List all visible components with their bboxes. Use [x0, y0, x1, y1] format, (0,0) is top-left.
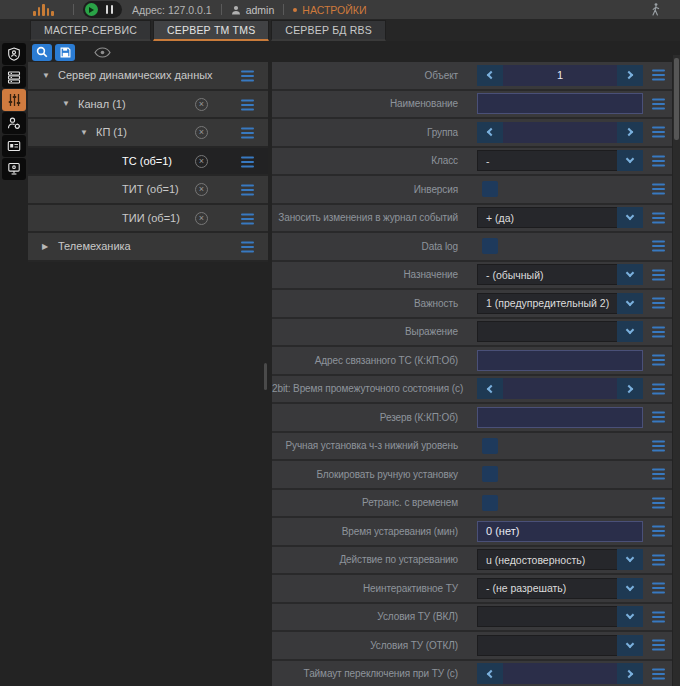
dropdown-open-button[interactable] — [617, 150, 643, 171]
remove-button[interactable]: × — [195, 183, 208, 196]
stepper-value[interactable] — [503, 378, 617, 399]
tree-item[interactable]: ▼Канал (1)× — [28, 91, 268, 120]
dropdown-open-button[interactable] — [617, 207, 643, 228]
walking-person-icon[interactable] — [650, 3, 661, 18]
stepper-increment-button[interactable] — [617, 378, 643, 399]
sidebar-item-2[interactable] — [2, 66, 26, 88]
dropdown[interactable] — [477, 321, 643, 342]
stepper-decrement-button[interactable] — [477, 65, 503, 86]
dropdown[interactable]: - (обычный) — [477, 264, 643, 285]
visibility-toggle-button[interactable] — [94, 47, 111, 58]
row-menu-button[interactable] — [652, 554, 665, 566]
stepper-value[interactable] — [503, 122, 617, 143]
dropdown-open-button[interactable] — [617, 635, 643, 656]
row-menu-button[interactable] — [652, 212, 665, 224]
remove-button[interactable]: × — [195, 126, 208, 139]
play-button[interactable] — [85, 3, 98, 16]
row-menu-button[interactable] — [652, 411, 665, 423]
text-input[interactable] — [477, 93, 643, 114]
checkbox[interactable] — [482, 181, 498, 197]
sidebar-item-6[interactable] — [2, 158, 26, 180]
text-input[interactable] — [477, 407, 643, 428]
tree-item[interactable]: ▼КП (1)× — [28, 119, 268, 148]
dropdown-open-button[interactable] — [617, 293, 643, 314]
tab-1[interactable]: МАСТЕР-СЕРВИС — [30, 20, 151, 41]
row-menu-button[interactable] — [241, 241, 254, 253]
row-menu-button[interactable] — [241, 156, 254, 168]
stepper-value[interactable] — [503, 663, 617, 684]
collapse-icon[interactable]: ▼ — [42, 71, 54, 80]
collapse-icon[interactable]: ▼ — [80, 128, 92, 137]
dropdown[interactable] — [477, 606, 643, 627]
row-menu-button[interactable] — [652, 69, 665, 81]
dropdown-open-button[interactable] — [617, 578, 643, 599]
row-menu-button[interactable] — [241, 184, 254, 196]
sidebar-item-1[interactable] — [2, 43, 26, 65]
tree-scrollbar-thumb[interactable] — [264, 363, 267, 390]
form-scrollbar-track[interactable] — [673, 55, 680, 686]
tree-item[interactable]: ▼Сервер динамических данных — [28, 62, 268, 91]
row-menu-button[interactable] — [652, 668, 665, 680]
settings-link[interactable]: НАСТРОЙКИ — [293, 4, 366, 16]
dropdown[interactable] — [477, 635, 643, 656]
form-scrollbar-thumb[interactable] — [674, 58, 679, 140]
checkbox[interactable] — [482, 495, 498, 511]
remove-button[interactable]: × — [195, 155, 208, 168]
pause-button[interactable] — [106, 5, 114, 14]
collapse-icon[interactable]: ▼ — [62, 99, 74, 108]
tree-item[interactable]: ТС (об=1)× — [28, 148, 268, 177]
checkbox[interactable] — [482, 238, 498, 254]
search-button[interactable] — [32, 44, 52, 61]
text-input[interactable] — [477, 350, 643, 371]
dropdown[interactable]: + (да) — [477, 207, 643, 228]
row-menu-button[interactable] — [652, 126, 665, 138]
stepper-decrement-button[interactable] — [477, 378, 503, 399]
stepper-increment-button[interactable] — [617, 663, 643, 684]
row-menu-button[interactable] — [652, 98, 665, 110]
row-menu-button[interactable] — [652, 639, 665, 651]
row-menu-button[interactable] — [652, 440, 665, 452]
stepper-decrement-button[interactable] — [477, 663, 503, 684]
expand-icon[interactable]: ▶ — [42, 242, 54, 251]
tab-3[interactable]: СЕРВЕР БД RBS — [271, 20, 386, 41]
stepper-value[interactable]: 1 — [503, 65, 617, 86]
dropdown-open-button[interactable] — [617, 549, 643, 570]
dropdown-open-button[interactable] — [617, 321, 643, 342]
dropdown-open-button[interactable] — [617, 264, 643, 285]
tree-item[interactable]: ТИИ (об=1)× — [28, 205, 268, 234]
stepper-increment-button[interactable] — [617, 65, 643, 86]
tree-item[interactable]: ▶Телемеханика — [28, 233, 268, 262]
row-menu-button[interactable] — [652, 155, 665, 167]
row-menu-button[interactable] — [241, 70, 254, 82]
remove-button[interactable]: × — [195, 212, 208, 225]
tab-2[interactable]: СЕРВЕР ТМ TMS — [153, 20, 269, 41]
sidebar-item-3[interactable] — [2, 89, 26, 111]
row-menu-button[interactable] — [241, 127, 254, 139]
save-button[interactable] — [55, 44, 75, 61]
row-menu-button[interactable] — [652, 383, 665, 395]
row-menu-button[interactable] — [652, 240, 665, 252]
row-menu-button[interactable] — [652, 582, 665, 594]
sidebar-item-4[interactable] — [2, 112, 26, 134]
dropdown[interactable]: - — [477, 150, 643, 171]
checkbox[interactable] — [482, 466, 498, 482]
row-menu-button[interactable] — [652, 183, 665, 195]
row-menu-button[interactable] — [241, 213, 254, 225]
row-menu-button[interactable] — [652, 525, 665, 537]
row-menu-button[interactable] — [652, 297, 665, 309]
dropdown[interactable]: u (недостоверность) — [477, 549, 643, 570]
dropdown[interactable]: - (не разрешать) — [477, 578, 643, 599]
row-menu-button[interactable] — [652, 326, 665, 338]
row-menu-button[interactable] — [652, 354, 665, 366]
tree-item[interactable]: ТИТ (об=1)× — [28, 176, 268, 205]
sidebar-item-5[interactable] — [2, 135, 26, 157]
text-input[interactable]: 0 (нет) — [477, 521, 643, 542]
row-menu-button[interactable] — [652, 468, 665, 480]
checkbox[interactable] — [482, 438, 498, 454]
row-menu-button[interactable] — [652, 497, 665, 509]
row-menu-button[interactable] — [652, 269, 665, 281]
remove-button[interactable]: × — [195, 98, 208, 111]
stepper-increment-button[interactable] — [617, 122, 643, 143]
dropdown[interactable]: 1 (предупредительный 2) — [477, 293, 643, 314]
stepper-decrement-button[interactable] — [477, 122, 503, 143]
